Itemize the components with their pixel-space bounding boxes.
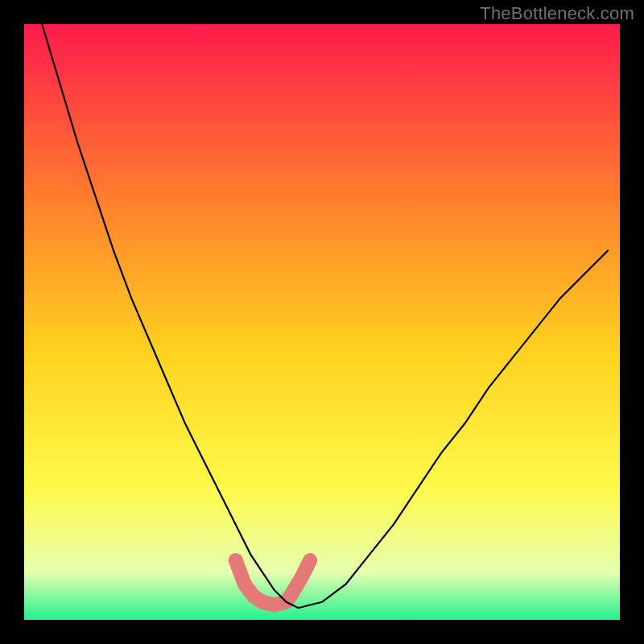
chart-frame: TheBottleneck.com [0,0,644,644]
plot-area [24,24,620,620]
watermark-text: TheBottleneck.com [480,3,634,24]
gradient-background [24,24,620,620]
chart-svg [24,24,620,620]
